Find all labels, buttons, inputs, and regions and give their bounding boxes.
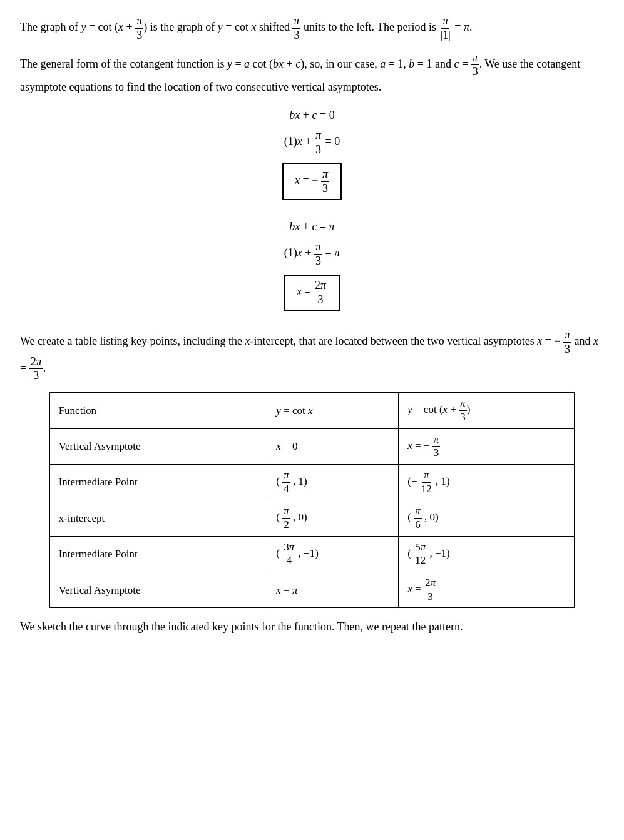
row-label-xi: x-intercept [49, 500, 267, 536]
row-shifted-ip2: ( 5π12 , −1) [399, 536, 575, 572]
table-header-function: Function [49, 393, 267, 428]
row-cotx-xi: ( π2 , 0) [267, 500, 399, 536]
row-label-ip1: Intermediate Point [49, 464, 267, 500]
table-header-cotxshift: y = cot (x + π3) [399, 393, 575, 428]
row-shifted-va1: x = − π3 [399, 428, 575, 464]
row-cotx-ip1: ( π4 , 1) [267, 464, 399, 500]
paragraph-1: The graph of y = cot (x + π3) is the gra… [20, 15, 604, 42]
row-shifted-xi: ( π6 , 0) [399, 500, 575, 536]
key-points-table: Function y = cot x y = cot (x + π3) Vert… [49, 392, 575, 608]
row-cotx-va1: x = 0 [267, 428, 399, 464]
row-cotx-ip2: ( 3π4 , −1) [267, 536, 399, 572]
eq2c-boxed: x = 2π3 [20, 272, 604, 314]
row-label-ip2: Intermediate Point [49, 536, 267, 572]
row-shifted-va2: x = 2π3 [399, 572, 575, 608]
closing-paragraph: We sketch the curve through the indicate… [20, 618, 604, 636]
table-header-cotx: y = cot x [267, 393, 399, 428]
row-shifted-ip1: (− π12 , 1) [399, 464, 575, 500]
table-row: Intermediate Point ( 3π4 , −1) ( 5π12 , … [49, 536, 575, 572]
paragraph-2: The general form of the cotangent functi… [20, 52, 604, 96]
eq2b: (1)x + π3 = π [20, 241, 604, 268]
eq1c-boxed: x = − π3 [20, 161, 604, 203]
table-row: Intermediate Point ( π4 , 1) (− π12 , 1) [49, 464, 575, 500]
asymptote-equations-2: bx + c = π (1)x + π3 = π x = 2π3 [20, 218, 604, 314]
row-cotx-va2: x = π [267, 572, 399, 608]
table-row: Vertical Asymptote x = π x = 2π3 [49, 572, 575, 608]
table-row: x-intercept ( π2 , 0) ( π6 , 0) [49, 500, 575, 536]
table-row: Vertical Asymptote x = 0 x = − π3 [49, 428, 575, 464]
eq1a: bx + c = 0 [20, 106, 604, 124]
paragraph-3: We create a table listing key points, in… [20, 329, 604, 382]
eq1b: (1)x + π3 = 0 [20, 129, 604, 156]
asymptote-equations-1: bx + c = 0 (1)x + π3 = 0 x = − π3 [20, 106, 604, 203]
row-label-va1: Vertical Asymptote [49, 428, 267, 464]
row-label-va2: Vertical Asymptote [49, 572, 267, 608]
eq2a: bx + c = π [20, 218, 604, 236]
